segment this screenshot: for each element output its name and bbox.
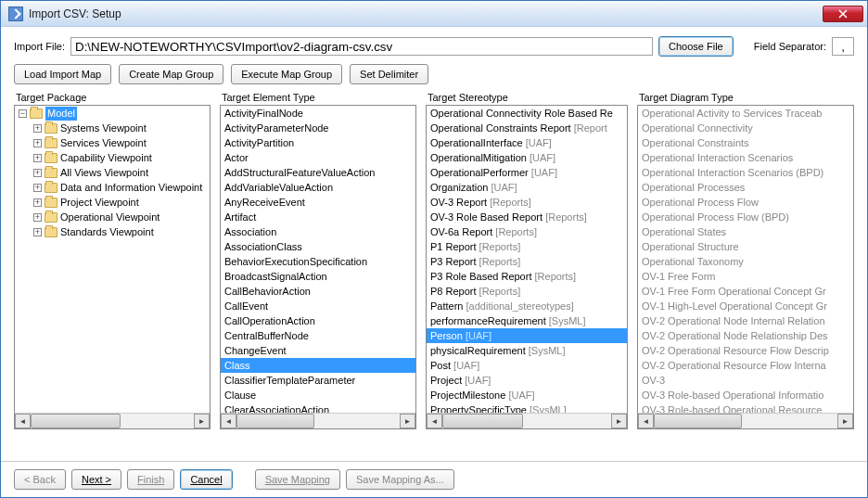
list-item[interactable]: BehaviorExecutionSpecification — [221, 254, 415, 269]
tree-item[interactable]: +Standards Viewpoint — [15, 224, 210, 239]
cancel-button[interactable]: Cancel — [180, 469, 232, 490]
list-item[interactable]: AddStructuralFeatureValueAction — [221, 165, 415, 180]
expand-icon[interactable]: + — [33, 139, 42, 147]
list-item[interactable]: Project [UAF] — [427, 373, 627, 388]
expand-icon[interactable]: + — [33, 213, 42, 222]
list-item[interactable]: Operational Constraints — [638, 135, 853, 150]
expand-icon[interactable]: + — [33, 228, 42, 236]
expand-icon[interactable]: + — [33, 124, 42, 133]
create-map-group-button[interactable]: Create Map Group — [119, 64, 223, 84]
list-item[interactable]: Artifact — [221, 210, 415, 224]
list-item[interactable]: ClassifierTemplateParameter — [221, 373, 415, 388]
tree-item[interactable]: −Model — [15, 106, 210, 121]
list-item[interactable]: P3 Report [Reports] — [427, 254, 627, 269]
list-item[interactable]: OperationalPerformer [UAF] — [427, 165, 627, 180]
tree-item[interactable]: +Services Viewpoint — [15, 135, 210, 150]
list-item[interactable]: Operational States — [638, 224, 853, 239]
list-item[interactable]: CentralBufferNode — [221, 328, 415, 343]
expand-icon[interactable]: + — [33, 184, 42, 192]
list-item[interactable]: Operational Connectivity Role Based Re — [427, 106, 627, 121]
scroll-left-icon[interactable]: ◄ — [638, 414, 654, 428]
list-item[interactable]: ActivityParameterNode — [221, 121, 415, 135]
hscrollbar[interactable]: ◄ ► — [427, 413, 627, 428]
list-item[interactable]: CallOperationAction — [221, 313, 415, 328]
choose-file-button[interactable]: Choose File — [658, 36, 734, 57]
tree-item[interactable]: +Operational Viewpoint — [15, 210, 210, 224]
scroll-right-icon[interactable]: ► — [400, 414, 415, 428]
expand-icon[interactable]: + — [33, 154, 42, 162]
list-item[interactable]: ProjectMilestone [UAF] — [427, 388, 627, 402]
list-item[interactable]: OV-1 High-Level Operational Concept Gr — [638, 299, 853, 313]
list-item[interactable]: Pattern [additional_stereotypes] — [427, 299, 627, 313]
execute-map-group-button[interactable]: Execute Map Group — [231, 64, 342, 84]
target-package-tree[interactable]: −Model+Systems Viewpoint+Services Viewpo… — [14, 105, 211, 429]
tree-item[interactable]: +Project Viewpoint — [15, 195, 210, 210]
save-mapping-button[interactable]: Save Mapping — [255, 469, 340, 490]
list-item[interactable]: Actor — [221, 150, 415, 165]
list-item[interactable]: OV-6a Report [Reports] — [427, 224, 627, 239]
list-item[interactable]: OV-3 Role Based Report [Reports] — [427, 210, 627, 224]
scroll-right-icon[interactable]: ► — [837, 414, 853, 428]
list-item[interactable]: P1 Report [Reports] — [427, 239, 627, 254]
list-item[interactable]: OV-2 Operational Node Internal Relation — [638, 313, 853, 328]
list-item[interactable]: OV-3 Role-based Operational Informatio — [638, 388, 853, 402]
back-button[interactable]: < Back — [14, 469, 66, 490]
list-item[interactable]: Association — [221, 224, 415, 239]
scroll-left-icon[interactable]: ◄ — [15, 414, 31, 428]
list-item[interactable]: Operational Processes — [638, 180, 853, 195]
list-item[interactable]: P3 Role Based Report [Reports] — [427, 269, 627, 284]
list-item[interactable]: P8 Report [Reports] — [427, 284, 627, 299]
list-item[interactable]: OV-3 Role-based Operational Resource — [638, 402, 853, 413]
list-item[interactable]: OV-3 — [638, 373, 853, 388]
list-item[interactable]: Operational Process Flow (BPD) — [638, 210, 853, 224]
tree-item[interactable]: +Capability Viewpoint — [15, 150, 210, 165]
list-item[interactable]: Operational Constraints Report [Report — [427, 121, 627, 135]
list-item[interactable]: Operational Activity to Services Traceab — [638, 106, 853, 121]
hscrollbar[interactable]: ◄ ► — [15, 413, 210, 428]
list-item[interactable]: ChangeEvent — [221, 343, 415, 358]
import-file-input[interactable] — [70, 37, 653, 56]
target-element-type-list[interactable]: ActivityFinalNodeActivityParameterNodeAc… — [220, 105, 416, 429]
tree-item[interactable]: +Data and Information Viewpoint — [15, 180, 210, 195]
list-item[interactable]: performanceRequirement [SysML] — [427, 313, 627, 328]
list-item[interactable]: ClearAssociationAction — [221, 402, 415, 413]
list-item[interactable]: OperationalInterface [UAF] — [427, 135, 627, 150]
list-item[interactable]: PropertySpecificType [SysML] — [427, 402, 627, 413]
set-delimiter-button[interactable]: Set Delimiter — [350, 64, 428, 84]
scroll-right-icon[interactable]: ► — [611, 414, 627, 428]
scroll-left-icon[interactable]: ◄ — [221, 414, 236, 428]
list-item[interactable]: ActivityPartition — [221, 135, 415, 150]
tree-item[interactable]: +All Views Viewpoint — [15, 165, 210, 180]
scroll-left-icon[interactable]: ◄ — [427, 414, 442, 428]
list-item[interactable]: physicalRequirement [SysML] — [427, 343, 627, 358]
list-item[interactable]: OV-2 Operational Node Relationship Des — [638, 328, 853, 343]
list-item[interactable]: OV-1 Free Form — [638, 269, 853, 284]
list-item[interactable]: OV-2 Operational Resource Flow Interna — [638, 358, 853, 373]
scroll-right-icon[interactable]: ► — [194, 414, 210, 428]
list-item[interactable]: Operational Interaction Scenarios (BPD) — [638, 165, 853, 180]
list-item[interactable]: Clause — [221, 388, 415, 402]
list-item[interactable]: OV-3 Report [Reports] — [427, 195, 627, 210]
list-item[interactable]: Class — [221, 358, 415, 373]
list-item[interactable]: AddVariableValueAction — [221, 180, 415, 195]
expand-icon[interactable]: + — [33, 198, 42, 207]
list-item[interactable]: Operational Connectivity — [638, 121, 853, 135]
finish-button[interactable]: Finish — [127, 469, 174, 490]
save-mapping-as-button[interactable]: Save Mapping As... — [346, 469, 454, 490]
list-item[interactable]: CallEvent — [221, 299, 415, 313]
target-stereotype-list[interactable]: Operational Connectivity Role Based ReOp… — [426, 105, 628, 429]
hscrollbar[interactable]: ◄ ► — [638, 413, 853, 428]
list-item[interactable]: Post [UAF] — [427, 358, 627, 373]
list-item[interactable]: Operational Structure — [638, 239, 853, 254]
list-item[interactable]: Organization [UAF] — [427, 180, 627, 195]
target-diagram-type-list[interactable]: Operational Activity to Services Traceab… — [637, 105, 854, 429]
list-item[interactable]: OV-2 Operational Resource Flow Descrip — [638, 343, 853, 358]
tree-item[interactable]: +Systems Viewpoint — [15, 121, 210, 135]
collapse-icon[interactable]: − — [19, 109, 27, 118]
list-item[interactable]: AssociationClass — [221, 239, 415, 254]
list-item[interactable]: OV-1 Free Form Operational Concept Gr — [638, 284, 853, 299]
list-item[interactable]: ActivityFinalNode — [221, 106, 415, 121]
field-separator-input[interactable] — [832, 37, 854, 56]
list-item[interactable]: BroadcastSignalAction — [221, 269, 415, 284]
list-item[interactable]: OperationalMitigation [UAF] — [427, 150, 627, 165]
